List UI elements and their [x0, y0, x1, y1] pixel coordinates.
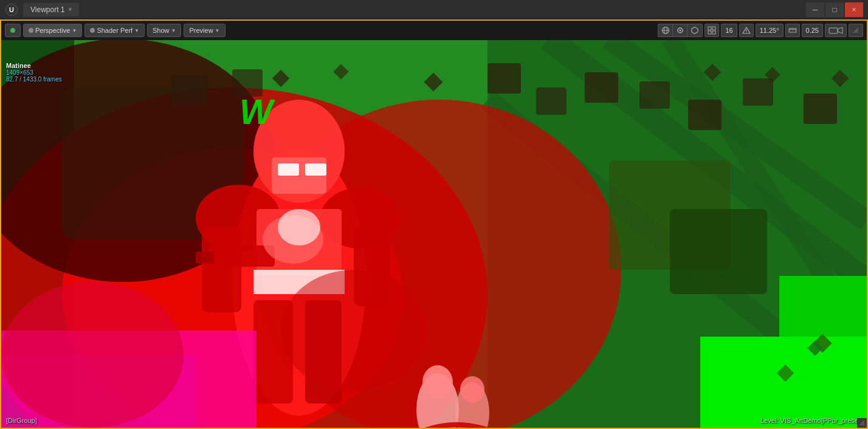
svg-rect-34 — [779, 276, 867, 337]
svg-rect-10 — [708, 31, 711, 34]
svg-line-25 — [857, 32, 858, 33]
right-toolbar: 16 11.25° — [658, 24, 863, 37]
show-label: Show — [153, 27, 170, 34]
circle-icon[interactable] — [673, 24, 687, 37]
ue-logo-icon: U — [5, 3, 18, 16]
matinee-label: Matinee — [6, 62, 62, 69]
fov-value[interactable]: 16 — [721, 24, 737, 37]
shader-perf-label: Shader Perf — [97, 27, 133, 34]
svg-line-89 — [863, 424, 864, 425]
svg-rect-41 — [171, 75, 208, 106]
svg-rect-8 — [708, 27, 711, 30]
svg-marker-22 — [838, 27, 842, 33]
svg-point-86 — [281, 270, 427, 391]
hud-bottom-left: [DirGroup] — [6, 417, 37, 424]
svg-rect-21 — [829, 28, 838, 33]
svg-point-79 — [422, 365, 453, 399]
tab-label: Viewport 1 — [30, 5, 64, 14]
preview-label: Preview — [189, 27, 213, 34]
svg-point-14 — [746, 32, 746, 33]
svg-marker-7 — [692, 27, 698, 34]
tab-close-icon[interactable]: × — [68, 6, 72, 13]
camera-icon[interactable] — [825, 24, 847, 37]
svg-rect-44 — [536, 88, 567, 115]
dir-group-label: [DirGroup] — [6, 417, 37, 424]
svg-point-85 — [1, 282, 184, 428]
level-label: Level: VIS_ArtDemo[PPbr_preset] — [760, 417, 862, 424]
warning-icon[interactable] — [739, 24, 754, 37]
svg-rect-64 — [278, 163, 299, 176]
svg-point-81 — [460, 376, 484, 403]
viewport-container: Perspective ▼ Shader Perf ▼ Show ▼ Previ… — [0, 19, 868, 429]
corner-resize-handle[interactable] — [857, 418, 867, 428]
preview-button[interactable]: Preview ▼ — [184, 24, 225, 37]
perspective-label: Perspective — [35, 27, 70, 34]
svg-rect-46 — [639, 81, 670, 109]
maximize-button[interactable]: □ — [825, 2, 844, 17]
svg-text:U: U — [9, 6, 14, 13]
angle-value[interactable]: 11.25° — [756, 24, 784, 37]
perspective-button[interactable]: Perspective ▼ — [23, 24, 82, 37]
view-mode-group — [658, 24, 703, 37]
viewport-canvas: W Matinee 1409×653 82.7 / 1433.0 frames … — [1, 40, 867, 428]
svg-rect-11 — [712, 31, 715, 34]
svg-rect-48 — [743, 78, 773, 106]
show-arrow-icon: ▼ — [171, 28, 176, 33]
svg-rect-33 — [700, 337, 867, 428]
svg-rect-75 — [196, 252, 214, 264]
svg-rect-65 — [305, 163, 326, 176]
shader-perf-button[interactable]: Shader Perf ▼ — [84, 24, 145, 37]
viewport-toolbar: Perspective ▼ Shader Perf ▼ Show ▼ Previ… — [1, 21, 867, 40]
frames-label: 82.7 / 1433.0 frames — [6, 76, 62, 83]
svg-point-6 — [679, 30, 681, 32]
minimize-button[interactable]: ─ — [806, 2, 824, 17]
svg-rect-43 — [487, 63, 521, 94]
tab-area: Viewport 1 × — [23, 3, 806, 16]
viewport-tab[interactable]: Viewport 1 × — [23, 3, 79, 16]
scene-visualization: W — [1, 40, 867, 428]
svg-rect-51 — [670, 209, 767, 294]
ruler-icon[interactable] — [785, 24, 800, 37]
scale-value[interactable]: 0.25 — [802, 24, 823, 37]
grid-icon[interactable] — [704, 24, 719, 37]
svg-point-77 — [278, 209, 320, 245]
svg-rect-45 — [585, 72, 618, 103]
preview-arrow-icon: ▼ — [215, 28, 220, 33]
resolution-label: 1409×653 — [6, 69, 62, 76]
window-controls: ─ □ × — [806, 2, 863, 17]
close-button[interactable]: × — [845, 2, 863, 17]
svg-rect-68 — [202, 227, 241, 312]
svg-rect-49 — [804, 94, 837, 124]
globe-icon[interactable] — [658, 24, 673, 37]
shader-dot — [90, 28, 95, 33]
perspective-arrow-icon: ▼ — [72, 28, 77, 33]
svg-text:W: W — [239, 92, 275, 131]
hexagon-icon[interactable] — [687, 24, 702, 37]
svg-rect-47 — [688, 100, 722, 130]
svg-rect-74 — [208, 245, 275, 267]
active-dot — [10, 28, 15, 33]
show-button[interactable]: Show ▼ — [147, 24, 181, 37]
title-bar: U Viewport 1 × ─ □ × — [0, 0, 868, 19]
svg-rect-9 — [712, 27, 715, 30]
perspective-dot — [29, 28, 33, 33]
hud-top-left: Matinee 1409×653 82.7 / 1433.0 frames — [6, 62, 62, 83]
hud-bottom-right: Level: VIS_ArtDemo[PPbr_preset] — [760, 417, 862, 424]
corner-resize-icon[interactable] — [849, 24, 863, 37]
active-indicator — [5, 24, 21, 37]
shader-arrow-icon: ▼ — [134, 28, 139, 33]
